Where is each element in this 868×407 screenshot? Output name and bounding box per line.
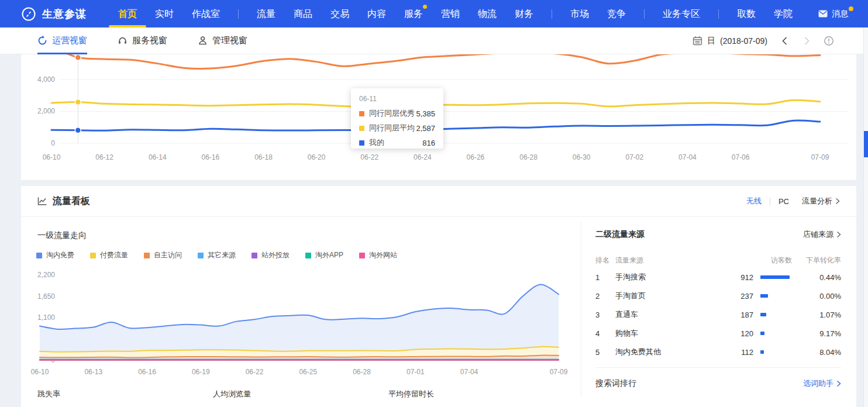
shop-source-link[interactable]: 店铺来源: [803, 229, 841, 240]
date-picker[interactable]: 日 (2018-07-09): [693, 36, 767, 46]
cell-bar: [753, 313, 792, 316]
svg-text:07-09: 07-09: [811, 153, 829, 161]
svg-text:06-26: 06-26: [467, 153, 485, 161]
svg-text:2,200: 2,200: [37, 271, 55, 279]
benchmark-chart-panel: 02,0004,00006-1006-1206-1406-1606-1806-2…: [21, 54, 856, 180]
cell-bar: [753, 350, 792, 354]
cell-visitors: 187: [719, 311, 753, 319]
nav-item-goods[interactable]: 商品: [294, 0, 312, 27]
word-helper-label: 选词助手: [803, 378, 833, 389]
col-rank: 排名: [595, 256, 615, 265]
nav-item-competition[interactable]: 竞争: [607, 0, 626, 27]
primary-traffic-area-chart[interactable]: 05501,1001,6502,20006-1006-1306-1606-190…: [21, 257, 580, 381]
col-visitors-label: 访客数: [771, 256, 792, 265]
prev-date-button[interactable]: [779, 36, 790, 46]
table-row[interactable]: 3 直通车 187 1.07%: [595, 305, 841, 324]
tab-operation-view[interactable]: 运营视窗: [37, 27, 87, 54]
info-button[interactable]: [824, 36, 834, 46]
svg-text:07-04: 07-04: [678, 153, 697, 161]
table-row[interactable]: 1 手淘搜索 912 0.44%: [595, 268, 841, 287]
svg-text:0: 0: [51, 139, 55, 147]
svg-text:06-30: 06-30: [573, 153, 591, 161]
table-row[interactable]: 4 购物车 120 9.17%: [595, 324, 841, 343]
cell-bar: [753, 294, 792, 298]
cell-source: 手淘首页: [615, 291, 719, 301]
nav-item-home[interactable]: 首页: [118, 0, 137, 27]
top-nav: 生意参谋 首页 实时 作战室 流量 商品 交易 内容 服务 营销 物流 财务 市…: [0, 0, 868, 27]
svg-text:06-19: 06-19: [192, 368, 210, 376]
segment-pc[interactable]: PC: [779, 197, 789, 206]
table-row[interactable]: 2 手淘首页 237 0.00%: [595, 287, 841, 305]
svg-text:06-28: 06-28: [353, 368, 371, 376]
nav-item-realtime[interactable]: 实时: [155, 0, 174, 27]
brand[interactable]: 生意参谋: [21, 6, 87, 22]
svg-text:06-16: 06-16: [138, 368, 156, 376]
tab-operation-label: 运营视窗: [52, 35, 87, 46]
nav-item-logistics[interactable]: 物流: [478, 0, 497, 27]
cell-visitors: 112: [719, 348, 753, 357]
cell-conversion: 1.07%: [792, 311, 841, 319]
cell-rank: 3: [595, 311, 615, 319]
nav-item-traffic[interactable]: 流量: [257, 0, 275, 27]
tab-manage-view[interactable]: 管理视窗: [198, 27, 247, 54]
svg-text:06-10: 06-10: [31, 368, 49, 376]
nav-item-finance[interactable]: 财务: [515, 0, 533, 27]
cell-conversion: 9.17%: [792, 329, 841, 338]
nav-item-academy[interactable]: 学院: [774, 0, 793, 27]
message-dot: [849, 6, 853, 11]
nav-item-service-label: 服务: [404, 9, 423, 19]
search-rank-section: 搜索词排行 选词助手: [595, 367, 841, 389]
envelope-icon: [818, 10, 828, 18]
next-date-button[interactable]: [801, 36, 812, 46]
benchmark-line-chart[interactable]: 02,0004,00006-1006-1206-1406-1606-1806-2…: [21, 54, 856, 180]
col-conversion: 下单转化率: [792, 256, 841, 265]
sync-icon: [37, 36, 47, 46]
word-helper-link[interactable]: 选词助手: [803, 378, 841, 389]
date-controls: 日 (2018-07-09): [693, 36, 834, 46]
nav-item-service[interactable]: 服务: [404, 0, 423, 27]
shop-source-label: 店铺来源: [803, 229, 833, 240]
nav-divider: [718, 9, 719, 19]
nav-item-data[interactable]: 取数: [737, 0, 756, 27]
cell-conversion: 8.04%: [792, 348, 841, 357]
flow-header-controls: 无线 PC 流量分析: [746, 196, 840, 206]
page-scrollbar-track[interactable]: [863, 27, 868, 407]
table-row[interactable]: 5 淘内免费其他 112 8.04%: [595, 343, 841, 361]
stat-value: 5.01: [213, 405, 388, 407]
nav-item-warroom[interactable]: 作战室: [192, 0, 220, 27]
cell-source: 手淘搜索: [615, 272, 719, 282]
segment-wireless[interactable]: 无线: [746, 196, 762, 206]
secondary-traffic-header: 二级流量来源 店铺来源: [595, 229, 841, 240]
tab-service-view[interactable]: 服务视窗: [118, 27, 167, 54]
traffic-source-table: 排名 流量来源 访客数 下单转化率 1 手淘搜索 912 0.44% 2 手淘首…: [595, 253, 841, 361]
cell-bar: [753, 275, 792, 279]
nav-item-marketing[interactable]: 营销: [441, 0, 460, 27]
svg-text:06-24: 06-24: [414, 153, 432, 161]
nav-item-market[interactable]: 市场: [570, 0, 589, 27]
page-scrollbar-thumb[interactable]: [864, 131, 868, 157]
stats-row: 跳失率 59.72% 人均浏览量 5.01 平均停留时长 17.49秒: [37, 389, 564, 407]
stat-value: 17.49秒: [388, 405, 564, 407]
svg-text:06-16: 06-16: [202, 153, 220, 161]
message-button[interactable]: 消息: [818, 9, 848, 19]
col-source: 流量来源: [615, 256, 719, 265]
visitor-bar: [760, 313, 766, 316]
nav-item-content[interactable]: 内容: [367, 0, 386, 27]
brand-name: 生意参谋: [42, 7, 87, 21]
nav-item-home-label: 首页: [118, 9, 137, 19]
cell-rank: 1: [595, 273, 615, 282]
nav-menu: 首页 实时 作战室 流量 商品 交易 内容 服务 营销 物流 财务 市场 竞争 …: [118, 0, 793, 27]
visitor-bar: [760, 275, 790, 279]
date-mode: 日: [707, 36, 715, 46]
secondary-traffic-title: 二级流量来源: [595, 229, 645, 240]
stat-avg-stay-time: 平均停留时长 17.49秒: [388, 389, 564, 407]
traffic-analysis-link[interactable]: 流量分析: [802, 196, 840, 206]
nav-divider: [238, 9, 239, 19]
nav-item-bizzone[interactable]: 业务专区: [663, 0, 700, 27]
nav-item-trade[interactable]: 交易: [330, 0, 349, 27]
chevron-right-icon: [836, 231, 841, 238]
segment-divider: [770, 198, 770, 205]
cell-visitors: 237: [719, 292, 753, 301]
svg-text:06-22: 06-22: [246, 368, 264, 376]
svg-text:07-04: 07-04: [460, 368, 478, 376]
